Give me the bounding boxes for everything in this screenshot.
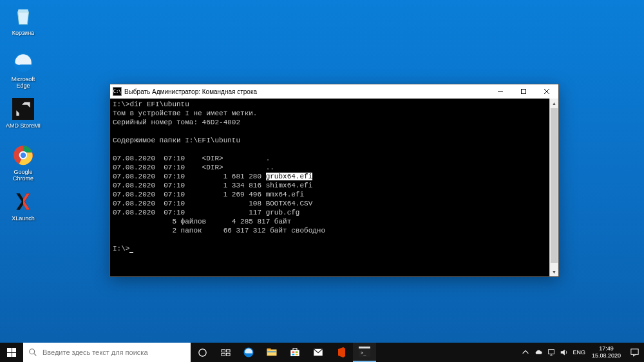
terminal-line: Содержимое папки I:\EFI\ubuntu <box>113 136 556 145</box>
terminal-line: 07.08.2020 07:10 1 334 816 shimx64.efi <box>113 181 556 190</box>
action-center-button[interactable] <box>625 343 644 362</box>
close-button[interactable] <box>535 84 558 99</box>
xlaunch-icon <box>11 189 35 214</box>
start-button[interactable] <box>0 343 23 362</box>
terminal-line: 07.08.2020 07:10 1 681 280 grubx64.efi <box>113 172 556 181</box>
terminal-line: 07.08.2020 07:10 108 BOOTX64.CSV <box>113 199 556 208</box>
window-title: Выбрать Администратор: Командная строка <box>124 88 489 95</box>
terminal-line <box>113 145 556 154</box>
terminal-body[interactable]: I:\>dir EFI\ubuntuТом в устройстве I не … <box>110 99 558 276</box>
icon-label: AMD StoreMI <box>4 122 43 129</box>
svg-rect-23 <box>292 352 295 353</box>
chrome-icon <box>11 143 35 167</box>
terminal-line <box>113 235 556 244</box>
svg-rect-25 <box>292 354 295 355</box>
terminal-line: I:\> <box>113 244 556 253</box>
desktop-icon-xlaunch[interactable]: XLaunch <box>4 189 43 222</box>
maximize-button[interactable] <box>512 84 535 99</box>
terminal-line: 2 папок 66 317 312 байт свободно <box>113 226 556 235</box>
svg-rect-29 <box>359 347 370 348</box>
svg-rect-31 <box>549 350 554 354</box>
svg-rect-14 <box>226 349 230 352</box>
icon-label: Google Chrome <box>4 169 43 182</box>
terminal-line <box>113 127 556 136</box>
svg-rect-26 <box>296 354 298 355</box>
terminal-line: 07.08.2020 07:10 1 269 496 mmx64.efi <box>113 190 556 199</box>
taskbar: Введите здесь текст для поиска >_ ENG 17… <box>0 343 644 362</box>
svg-line-11 <box>34 354 37 356</box>
cmd-icon: C:\ <box>113 87 122 96</box>
svg-rect-22 <box>293 348 297 350</box>
system-tray[interactable]: ENG <box>518 343 588 362</box>
onedrive-icon[interactable] <box>534 348 543 357</box>
cortana-button[interactable] <box>191 343 214 362</box>
titlebar[interactable]: C:\ Выбрать Администратор: Командная стр… <box>110 84 558 99</box>
desktop-icon-recycle[interactable]: Корзина <box>4 4 43 36</box>
desktop-icon-chrome[interactable]: Google Chrome <box>4 143 43 182</box>
task-view-button[interactable] <box>214 343 237 362</box>
terminal-line: Том в устройстве I не имеет метки. <box>113 109 556 118</box>
terminal-scrollbar[interactable]: ▲ ▼ <box>549 99 558 276</box>
terminal-line: 5 файлов 4 285 817 байт <box>113 217 556 226</box>
taskbar-edge[interactable] <box>237 343 260 362</box>
desktop-icon-edge[interactable]: Microsoft Edge <box>4 50 43 89</box>
terminal-line: Серийный номер тома: 46D2-4802 <box>113 118 556 127</box>
svg-rect-16 <box>226 353 230 356</box>
scroll-thumb[interactable] <box>551 108 558 263</box>
svg-text:>_: >_ <box>361 350 366 356</box>
icon-label: XLaunch <box>4 215 43 222</box>
taskbar-explorer[interactable] <box>260 343 283 362</box>
svg-rect-15 <box>221 353 225 356</box>
svg-rect-1 <box>12 98 34 120</box>
volume-icon[interactable] <box>560 348 569 357</box>
svg-rect-24 <box>296 352 298 353</box>
tray-chevron-icon[interactable] <box>521 348 530 357</box>
taskbar-cmd[interactable]: >_ <box>353 343 376 362</box>
clock-date: 15.08.2020 <box>592 352 621 359</box>
terminal-line: 07.08.2020 07:10 117 grub.cfg <box>113 208 556 217</box>
clock-time: 17:49 <box>592 345 621 352</box>
taskbar-office[interactable] <box>330 343 353 362</box>
terminal-cursor <box>129 252 133 253</box>
terminal-line: 07.08.2020 07:10 <DIR> .. <box>113 163 556 172</box>
search-icon <box>28 348 37 357</box>
svg-rect-13 <box>221 349 225 352</box>
scroll-up-arrow[interactable]: ▲ <box>550 99 558 108</box>
minimize-button[interactable] <box>489 84 512 99</box>
svg-rect-21 <box>290 350 299 356</box>
scroll-down-arrow[interactable]: ▼ <box>550 267 558 276</box>
search-placeholder: Введите здесь текст для поиска <box>43 348 148 356</box>
terminal-line: I:\>dir EFI\ubuntu <box>113 100 556 109</box>
amd-icon <box>11 97 35 121</box>
search-box[interactable]: Введите здесь текст для поиска <box>23 343 191 362</box>
recycle-icon <box>11 4 35 28</box>
command-prompt-window: C:\ Выбрать Администратор: Командная стр… <box>109 84 559 277</box>
terminal-line: 07.08.2020 07:10 <DIR> . <box>113 154 556 163</box>
windows-logo-icon <box>7 348 16 357</box>
svg-point-10 <box>30 349 35 354</box>
svg-rect-20 <box>267 352 276 353</box>
network-icon[interactable] <box>547 348 556 357</box>
taskbar-store[interactable] <box>283 343 307 362</box>
svg-point-12 <box>198 348 205 356</box>
desktop-icon-amd[interactable]: AMD StoreMI <box>4 97 43 129</box>
svg-rect-7 <box>522 90 526 94</box>
clock[interactable]: 17:49 15.08.2020 <box>588 345 625 359</box>
language-indicator[interactable]: ENG <box>573 349 585 356</box>
svg-rect-34 <box>630 348 638 354</box>
edge-icon <box>11 50 35 75</box>
taskbar-mail[interactable] <box>307 343 330 362</box>
terminal-selection: grubx64.efi <box>266 173 313 180</box>
svg-rect-19 <box>267 348 271 350</box>
icon-label: Microsoft Edge <box>4 76 43 89</box>
icon-label: Корзина <box>4 30 43 36</box>
